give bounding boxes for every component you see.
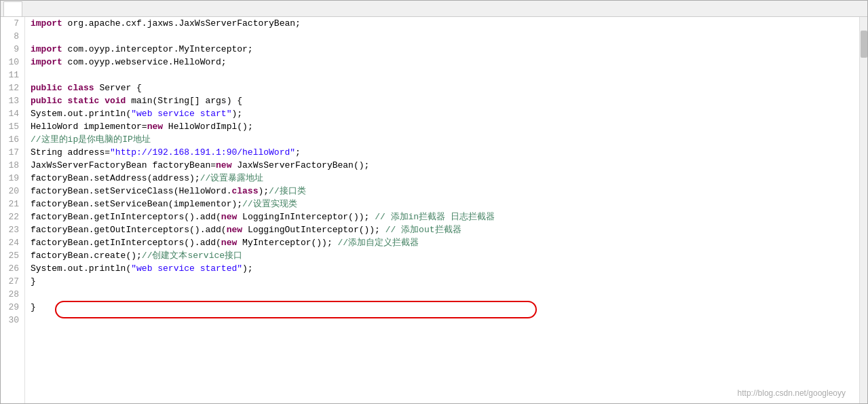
kw-token: import <box>31 44 68 54</box>
str-token: "http://192.168.191.1:90/helloWord" <box>110 147 295 158</box>
kw-token: void <box>105 96 131 106</box>
plain-token: factoryBean.getInInterceptors().add( <box>31 238 221 248</box>
plain-token <box>333 238 338 248</box>
code-line: factoryBean.setServiceBean(implementor);… <box>31 198 859 210</box>
kw-token: new <box>227 225 248 235</box>
kw-token: import <box>31 57 68 67</box>
kw-token: import <box>31 18 68 29</box>
scrollbar-thumb[interactable] <box>861 31 867 58</box>
kw-token: new <box>221 212 242 222</box>
line-number: 21 <box>3 198 19 210</box>
line-number: 12 <box>3 81 19 94</box>
plain-token: com.oyyp.interceptor.MyInterceptor; <box>68 44 253 54</box>
code-line: System.out.println("web service started"… <box>31 262 859 275</box>
kw-token: new <box>221 238 242 248</box>
plain-token: } <box>31 302 36 312</box>
line-number: 19 <box>3 172 19 185</box>
code-line: factoryBean.setServiceClass(HelloWord.cl… <box>31 185 859 198</box>
str-token: "web service started" <box>131 263 242 274</box>
line-number: 10 <box>3 56 19 69</box>
comment-token: //接口类 <box>269 186 306 196</box>
code-line: import com.oyyp.webservice.HelloWord; <box>31 56 859 69</box>
code-line: factoryBean.getInInterceptors().add(new … <box>31 210 859 223</box>
plain-token: HelloWordImpl(); <box>168 122 253 132</box>
line-number: 15 <box>3 120 19 133</box>
code-line: HelloWord implementor=new HelloWordImpl(… <box>31 120 859 133</box>
plain-token: Server { <box>99 83 141 93</box>
plain-token: com.oyyp.webservice.HelloWord; <box>68 57 227 67</box>
code-line: import com.oyyp.interceptor.MyIntercepto… <box>31 43 859 56</box>
line-number: 17 <box>3 146 19 159</box>
plain-token: factoryBean.setServiceClass(HelloWord. <box>31 186 231 196</box>
code-line: JaxWsServerFactoryBean factoryBean=new J… <box>31 159 859 172</box>
plain-token: LoggingOutInterceptor()); <box>248 225 385 235</box>
editor-window: 7891011121314151617181920212223242526272… <box>0 0 868 404</box>
plain-token: factoryBean.getOutInterceptors().add( <box>31 225 227 235</box>
code-line <box>31 314 859 327</box>
editor-tab[interactable] <box>3 1 22 16</box>
kw-token: public <box>31 83 68 93</box>
line-number: 11 <box>3 69 19 81</box>
line-number: 28 <box>3 288 19 301</box>
line-number: 16 <box>3 133 19 146</box>
plain-token: String address= <box>31 147 110 158</box>
code-line: } <box>31 275 859 288</box>
kw-token: new <box>216 160 237 170</box>
code-area: 7891011121314151617181920212223242526272… <box>1 17 867 403</box>
line-number: 30 <box>3 314 19 327</box>
plain-token: LoggingInInterceptor()); <box>242 212 375 222</box>
plain-token: System.out.println( <box>31 109 131 119</box>
line-number: 7 <box>3 17 19 30</box>
line-number: 14 <box>3 107 19 120</box>
line-number: 13 <box>3 94 19 107</box>
line-number: 29 <box>3 301 19 314</box>
plain-token: ; <box>295 147 301 158</box>
code-line <box>31 69 859 81</box>
line-number: 24 <box>3 236 19 249</box>
plain-token: factoryBean.getInInterceptors().add( <box>31 212 221 222</box>
comment-token: // 添加out拦截器 <box>385 225 461 235</box>
code-line: factoryBean.setAddress(address);//设置暴露地址 <box>31 172 859 185</box>
plain-token: HelloWord implementor= <box>31 122 147 132</box>
code-line <box>31 30 859 43</box>
plain-token: org.apache.cxf.jaxws.JaxWsServerFactoryB… <box>68 18 301 29</box>
code-line: factoryBean.getOutInterceptors().add(new… <box>31 223 859 236</box>
code-line: //这里的ip是你电脑的IP地址 <box>31 133 859 146</box>
line-number: 22 <box>3 210 19 223</box>
plain-token: } <box>31 276 36 287</box>
line-number: 18 <box>3 159 19 172</box>
plain-token: MyInterceptor()); <box>242 238 333 248</box>
line-number: 26 <box>3 262 19 275</box>
plain-token: JaxWsServerFactoryBean factoryBean= <box>31 160 216 170</box>
plain-token: main(String[] args) { <box>131 96 242 106</box>
code-line: } <box>31 301 859 314</box>
scrollbar[interactable] <box>859 17 867 403</box>
line-number: 9 <box>3 43 19 56</box>
kw-token: new <box>147 122 168 132</box>
line-number: 8 <box>3 30 19 43</box>
kw-token: public <box>31 96 68 106</box>
plain-token: ); <box>231 109 242 119</box>
code-line <box>31 288 859 301</box>
code-line: String address="http://192.168.191.1:90/… <box>31 146 859 159</box>
code-line: import org.apache.cxf.jaxws.JaxWsServerF… <box>31 17 859 30</box>
plain-token: ); <box>258 186 269 196</box>
plain-token: JaxWsServerFactoryBean(); <box>237 160 369 170</box>
comment-token: //设置实现类 <box>242 199 297 209</box>
line-number: 25 <box>3 249 19 262</box>
code-content[interactable]: import org.apache.cxf.jaxws.JaxWsServerF… <box>25 17 859 403</box>
plain-token: System.out.println( <box>31 263 131 274</box>
plain-token: factoryBean.setServiceBean(implementor); <box>31 199 242 209</box>
tab-bar <box>1 1 867 17</box>
comment-token: // 添加in拦截器 日志拦截器 <box>375 212 495 222</box>
plain-token: ); <box>242 263 253 274</box>
kw-token: class <box>231 186 258 196</box>
comment-token: //这里的ip是你电脑的IP地址 <box>31 134 151 145</box>
code-line: System.out.println("web service start"); <box>31 107 859 120</box>
comment-token: //添加自定义拦截器 <box>338 238 419 248</box>
kw-token: class <box>68 83 100 93</box>
plain-token: factoryBean.setAddress(address); <box>31 173 200 183</box>
line-number: 20 <box>3 185 19 198</box>
watermark: http://blog.csdn.net/googleoyy <box>738 388 846 398</box>
plain-token: factoryBean.create(); <box>31 251 142 261</box>
